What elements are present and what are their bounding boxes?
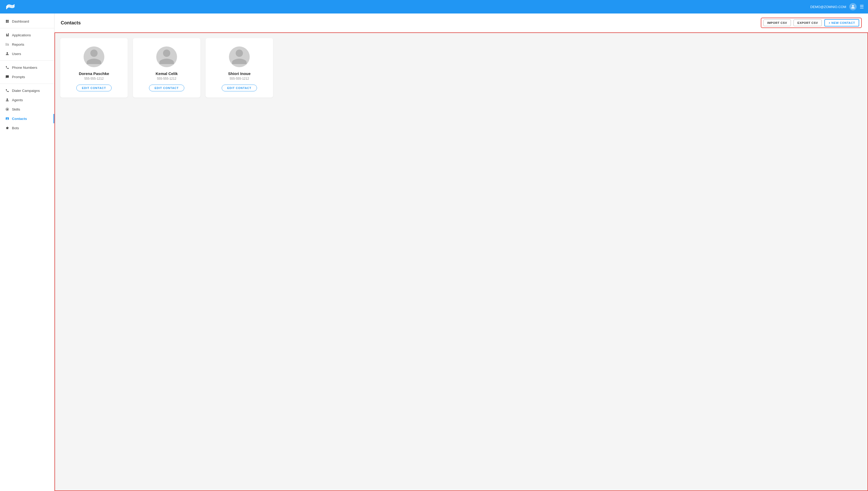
- agents-icon: [5, 98, 9, 102]
- sidebar-item-label: Contacts: [12, 117, 27, 121]
- new-contact-button[interactable]: + NEW CONTACT: [824, 19, 859, 26]
- prompts-icon: [5, 75, 9, 79]
- contacts-icon: [5, 117, 9, 121]
- sidebar-item-label: Users: [12, 52, 21, 56]
- sidebar-item-label: Phone Numbers: [12, 66, 37, 69]
- sidebar-item-applications[interactable]: Applications: [0, 30, 54, 40]
- sidebar-divider-1: [0, 28, 54, 28]
- sidebar-item-bots[interactable]: Bots: [0, 123, 54, 133]
- dialer-campaigns-icon: [5, 88, 9, 93]
- sidebar: Dashboard Applications Reports Users: [0, 13, 55, 491]
- sidebar-item-label: Agents: [12, 98, 23, 102]
- import-csv-button[interactable]: IMPORT CSV: [763, 20, 791, 26]
- sidebar-divider-2: [0, 60, 54, 61]
- sidebar-item-users[interactable]: Users: [0, 49, 54, 58]
- contact-avatar: [84, 47, 104, 67]
- user-avatar-icon[interactable]: [849, 3, 857, 10]
- applications-icon: [5, 33, 9, 37]
- sidebar-item-label: Prompts: [12, 75, 25, 79]
- contact-phone: 555-555-1212: [230, 77, 249, 81]
- sidebar-item-prompts[interactable]: Prompts: [0, 72, 54, 82]
- contacts-content-area: Dorena Paschke 555-555-1212 EDIT CONTACT…: [55, 32, 868, 491]
- topbar-right: DEMO@ZOMNIO.COM ☰: [810, 3, 864, 10]
- bots-icon: [5, 126, 9, 130]
- sidebar-item-label: Dashboard: [12, 20, 29, 23]
- contact-name: Kemal Celik: [155, 71, 177, 76]
- main-content: Contacts IMPORT CSV EXPORT CSV + NEW CON…: [55, 13, 868, 491]
- export-csv-button[interactable]: EXPORT CSV: [793, 20, 822, 26]
- sidebar-item-label: Dialer Campaigns: [12, 89, 40, 93]
- sidebar-item-phone-numbers[interactable]: Phone Numbers: [0, 63, 54, 72]
- topbar: DEMO@ZOMNIO.COM ☰: [0, 0, 868, 13]
- phone-numbers-icon: [5, 65, 9, 69]
- sidebar-item-agents[interactable]: Agents: [0, 95, 54, 105]
- page-header: Contacts IMPORT CSV EXPORT CSV + NEW CON…: [55, 13, 868, 32]
- contact-card: Dorena Paschke 555-555-1212 EDIT CONTACT: [60, 38, 128, 97]
- skills-icon: [5, 107, 9, 111]
- sidebar-item-label: Bots: [12, 126, 19, 130]
- sidebar-item-contacts[interactable]: Contacts: [0, 114, 54, 123]
- sidebar-item-label: Skills: [12, 108, 20, 111]
- contact-name: Dorena Paschke: [79, 71, 109, 76]
- edit-contact-button[interactable]: EDIT CONTACT: [76, 85, 111, 91]
- contacts-grid: Dorena Paschke 555-555-1212 EDIT CONTACT…: [60, 38, 862, 97]
- sidebar-item-reports[interactable]: Reports: [0, 40, 54, 49]
- sidebar-item-label: Reports: [12, 42, 24, 47]
- sidebar-item-dialer-campaigns[interactable]: Dialer Campaigns: [0, 86, 54, 95]
- dashboard-icon: [5, 19, 9, 23]
- page-title: Contacts: [61, 20, 81, 26]
- logo[interactable]: [4, 3, 17, 11]
- reports-icon: [5, 42, 9, 47]
- contact-name: Shiori Inoue: [228, 71, 251, 76]
- menu-icon[interactable]: ☰: [860, 4, 864, 9]
- user-email: DEMO@ZOMNIO.COM: [810, 5, 846, 9]
- header-actions: IMPORT CSV EXPORT CSV + NEW CONTACT: [761, 18, 862, 28]
- users-icon: [5, 52, 9, 56]
- contact-card: Kemal Celik 555-555-1212 EDIT CONTACT: [133, 38, 200, 97]
- edit-contact-button[interactable]: EDIT CONTACT: [222, 85, 257, 91]
- contact-phone: 555-555-1212: [157, 77, 176, 81]
- contact-phone: 555-555-1212: [84, 77, 104, 81]
- sidebar-item-skills[interactable]: Skills: [0, 105, 54, 114]
- sidebar-item-label: Applications: [12, 33, 31, 37]
- contact-card: Shiori Inoue 555-555-1212 EDIT CONTACT: [206, 38, 273, 97]
- contact-avatar: [156, 47, 177, 67]
- edit-contact-button[interactable]: EDIT CONTACT: [149, 85, 184, 91]
- contact-avatar: [229, 47, 250, 67]
- sidebar-item-dashboard[interactable]: Dashboard: [0, 17, 54, 26]
- sidebar-divider-3: [0, 84, 54, 84]
